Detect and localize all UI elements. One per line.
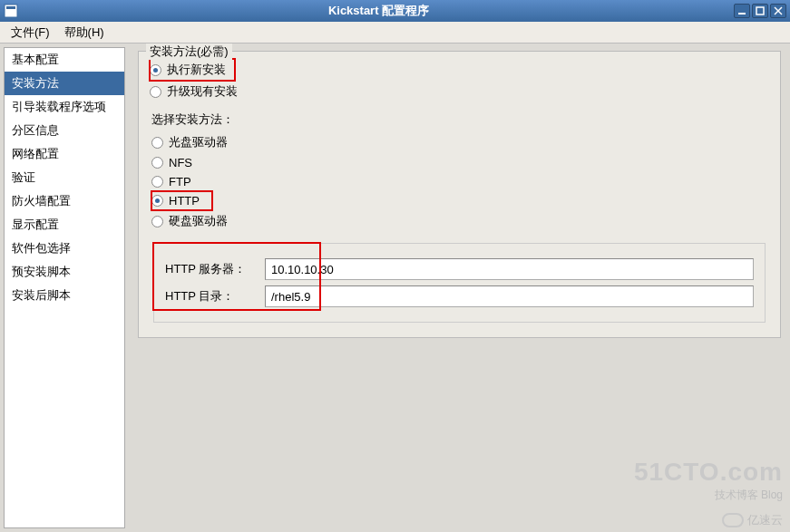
window-title: Kickstart 配置程序: [24, 3, 734, 19]
radio-label: 升级现有安装: [167, 83, 238, 100]
menu-help[interactable]: 帮助(H): [57, 23, 112, 43]
radio-nfs[interactable]: NFS: [151, 153, 769, 172]
sidebar-item[interactable]: 安装后脚本: [5, 284, 124, 307]
sidebar-item[interactable]: 网络配置: [5, 142, 124, 166]
menu-file[interactable]: 文件(F): [4, 23, 57, 43]
radio-label: FTP: [169, 175, 191, 189]
sidebar-item[interactable]: 预安装脚本: [5, 260, 124, 284]
window-buttons: [734, 4, 786, 18]
http-fields: HTTP 服务器： HTTP 目录：: [153, 243, 766, 323]
radio-icon: [151, 195, 163, 207]
radio-icon: [151, 137, 163, 149]
http-server-label: HTTP 服务器：: [165, 261, 265, 277]
radio-icon: [151, 176, 163, 188]
radio-icon: [150, 64, 161, 76]
install-method-legend: 安装方法(必需): [146, 44, 232, 60]
radio-http[interactable]: HTTP: [151, 191, 212, 210]
method-options: 光盘驱动器 NFS FTP HTTP 硬盘驱动器: [151, 131, 769, 232]
sidebar-item[interactable]: 软件包选择: [5, 237, 124, 260]
http-server-row: HTTP 服务器：: [165, 258, 754, 280]
radio-icon: [150, 86, 161, 98]
choose-method-label: 选择安装方法：: [151, 111, 767, 128]
sidebar-item[interactable]: 基本配置: [5, 48, 124, 72]
radio-icon: [151, 216, 163, 227]
http-dir-input[interactable]: [265, 285, 754, 307]
sidebar-item[interactable]: 验证: [5, 166, 124, 189]
radio-label: 硬盘驱动器: [169, 213, 228, 229]
radio-label: NFS: [169, 156, 192, 169]
radio-cdrom[interactable]: 光盘驱动器: [151, 131, 769, 153]
radio-new-install[interactable]: 执行新安装: [150, 59, 235, 81]
minimize-button[interactable]: [734, 4, 750, 18]
maximize-button[interactable]: [752, 4, 768, 18]
radio-ftp[interactable]: FTP: [151, 172, 769, 191]
app-icon: [4, 4, 18, 18]
sidebar-item[interactable]: 分区信息: [5, 119, 124, 142]
svg-rect-3: [756, 7, 764, 15]
content-area: 基本配置安装方法引导装载程序选项分区信息网络配置验证防火墙配置显示配置软件包选择…: [0, 44, 790, 532]
sidebar-item[interactable]: 引导装载程序选项: [5, 95, 124, 119]
radio-label: HTTP: [169, 194, 200, 208]
http-dir-row: HTTP 目录：: [165, 285, 754, 307]
radio-label: 执行新安装: [167, 62, 226, 78]
svg-rect-1: [6, 6, 15, 9]
sidebar-item[interactable]: 显示配置: [5, 213, 124, 237]
radio-upgrade[interactable]: 升级现有安装: [150, 81, 769, 102]
menubar: 文件(F) 帮助(H): [0, 22, 790, 44]
http-dir-label: HTTP 目录：: [165, 288, 265, 305]
main-panel: 安装方法(必需) 执行新安装 升级现有安装 选择安装方法： 光盘驱动器 NFS: [129, 44, 790, 532]
install-method-group: 安装方法(必需) 执行新安装 升级现有安装 选择安装方法： 光盘驱动器 NFS: [138, 51, 781, 338]
radio-harddrive[interactable]: 硬盘驱动器: [151, 210, 769, 232]
sidebar-item[interactable]: 安装方法: [5, 72, 124, 95]
radio-label: 光盘驱动器: [169, 134, 228, 150]
sidebar-item[interactable]: 防火墙配置: [5, 189, 124, 213]
http-server-input[interactable]: [265, 258, 754, 280]
radio-icon: [151, 157, 163, 169]
titlebar: Kickstart 配置程序: [0, 0, 790, 22]
sidebar[interactable]: 基本配置安装方法引导装载程序选项分区信息网络配置验证防火墙配置显示配置软件包选择…: [4, 47, 125, 528]
close-button[interactable]: [770, 4, 786, 18]
